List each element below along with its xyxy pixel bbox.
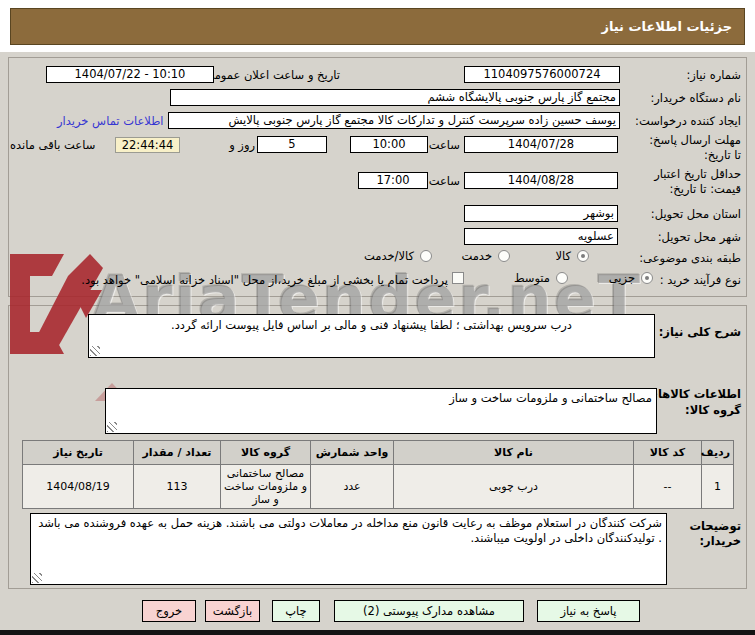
col-need-date: تاریخ نیاز (23, 441, 134, 465)
need-description-textarea[interactable]: درب سرویس بهداشتی ؛ لطفا پیشنهاد فنی و م… (88, 314, 655, 358)
col-item-name: نام کالا (394, 441, 634, 465)
cell-unit: عدد (311, 465, 394, 509)
buyer-notes-textarea[interactable]: شرکت کنندگان در استعلام موظف به رعایت قا… (30, 513, 667, 585)
radio-unselected-icon[interactable] (420, 250, 432, 262)
price-validity-hour-label: ساعت (429, 174, 460, 189)
buyer-org-field[interactable]: مجتمع گاز پارس جنوبی پالایشگاه ششم (170, 89, 620, 106)
process-option-label: متوسط (514, 271, 550, 285)
deadline-days-label: روز و (229, 138, 255, 153)
need-description-text: درب سرویس بهداشتی ؛ لطفا پیشنهاد فنی و م… (171, 318, 572, 332)
goods-group-label: گروه کالا: (685, 403, 741, 418)
cell-item-name: درب چوبی (394, 465, 634, 509)
announce-datetime-label: تاریخ و ساعت اعلان عمومی: (201, 68, 340, 83)
back-button[interactable]: بازگشت (205, 600, 260, 622)
buyer-notes-label: توضیحات خریدار: (669, 519, 741, 549)
deadline-hour-label: ساعت (429, 138, 460, 153)
countdown-label: ساعت باقی مانده (10, 138, 95, 153)
resize-grip-icon[interactable] (90, 346, 100, 356)
need-number-label: شماره نیاز: (686, 68, 741, 83)
category-option-label: کالا (555, 249, 571, 263)
process-option-jozii[interactable]: جزیی (609, 271, 653, 285)
radio-selected-icon[interactable] (641, 272, 653, 284)
need-number-field[interactable]: 1104097576000724 (464, 66, 620, 83)
category-option-kala-khedmat[interactable]: کالا/خدمت (364, 249, 432, 263)
request-creator-label: ایجاد کننده درخواست: (635, 114, 741, 129)
process-option-motevaset[interactable]: متوسط (514, 271, 568, 285)
deadline-days-field[interactable]: 5 (257, 136, 327, 153)
countdown-timer: 22:44:44 (115, 137, 180, 153)
category-option-kala[interactable]: کالا (555, 249, 589, 263)
resize-grip-icon[interactable] (107, 422, 117, 432)
request-creator-field[interactable]: یوسف حسین زاده سرپرست کنترل و تدارکات کا… (168, 112, 620, 129)
category-option-label: کالا/خدمت (364, 249, 414, 263)
goods-table: ردیف کد کالا نام کالا واحد شمارش گروه کا… (22, 440, 734, 509)
category-option-label: خدمت (461, 249, 492, 263)
city-field[interactable]: عسلویه (464, 228, 618, 245)
resize-grip-icon[interactable] (32, 573, 42, 583)
page-title: جزئیات اطلاعات نیاز (10, 8, 745, 45)
process-type-label: نوع فرآیند خرید : (660, 273, 741, 288)
cell-item-code: -- (634, 465, 702, 509)
deadline-label: مهلت ارسال پاسخ: تا تاریخ: (649, 133, 741, 163)
cell-need-date: 1404/08/19 (23, 465, 134, 509)
buyer-org-label: نام دستگاه خریدار: (650, 91, 741, 106)
deadline-time-field[interactable]: 10:00 (350, 136, 428, 153)
cell-quantity: 113 (134, 465, 221, 509)
price-validity-date-field[interactable]: 1404/08/28 (464, 172, 618, 189)
col-unit: واحد شمارش (311, 441, 394, 465)
need-description-label: شرح کلی نیاز: (659, 325, 741, 340)
exit-button[interactable]: خروج (142, 600, 196, 622)
buyer-contact-link[interactable]: اطلاعات تماس خریدار (57, 114, 164, 128)
category-label: طبقه بندی موضوعی: (639, 251, 741, 266)
city-label: شهر محل تحویل: (658, 230, 741, 245)
col-row-number: ردیف (702, 441, 734, 465)
province-field[interactable]: بوشهر (464, 205, 618, 222)
treasury-payment-checkbox[interactable] (452, 272, 464, 284)
col-item-code: کد کالا (634, 441, 702, 465)
goods-table-header-row: ردیف کد کالا نام کالا واحد شمارش گروه کا… (23, 441, 734, 465)
view-attachments-button[interactable]: مشاهده مدارک پیوستی (2) (334, 600, 524, 622)
goods-table-row: 1 -- درب چوبی عدد مصالح ساختمانی و ملزوم… (23, 465, 734, 509)
radio-unselected-icon[interactable] (556, 272, 568, 284)
deadline-date-field[interactable]: 1404/07/28 (464, 136, 618, 153)
col-item-group: گروه کالا (221, 441, 311, 465)
announce-datetime-field[interactable]: 1404/07/22 - 10:10 (46, 66, 214, 83)
goods-group-textarea[interactable]: مصالح ساختمانی و ملزومات ساخت و ساز (105, 388, 657, 434)
page: AriaTender.neT جزئیات اطلاعات نیاز شماره… (0, 0, 755, 635)
col-quantity: تعداد / مقدار (134, 441, 221, 465)
treasury-payment-label: پرداخت تمام یا بخشی از مبلغ خرید،از محل … (81, 273, 448, 288)
radio-unselected-icon[interactable] (498, 250, 510, 262)
price-validity-label: حداقل تاریخ اعتبار قیمت: تا تاریخ: (645, 167, 741, 197)
process-option-label: جزیی (609, 271, 635, 285)
price-validity-time-field[interactable]: 17:00 (358, 172, 428, 189)
cell-row-number: 1 (702, 465, 734, 509)
print-button[interactable]: چاپ (272, 600, 320, 622)
province-label: استان محل تحویل: (651, 207, 741, 222)
radio-selected-icon[interactable] (577, 250, 589, 262)
bottom-edge-bar (0, 630, 755, 635)
category-option-khedmat[interactable]: خدمت (461, 249, 510, 263)
goods-group-text: مصالح ساختمانی و ملزومات ساخت و ساز (449, 391, 652, 405)
respond-to-need-button[interactable]: پاسخ به نیاز (537, 600, 640, 622)
cell-item-group: مصالح ساختمانی و ملزومات ساخت و ساز (221, 465, 311, 509)
buyer-notes-text: شرکت کنندگان در استعلام موظف به رعایت قا… (38, 516, 662, 545)
